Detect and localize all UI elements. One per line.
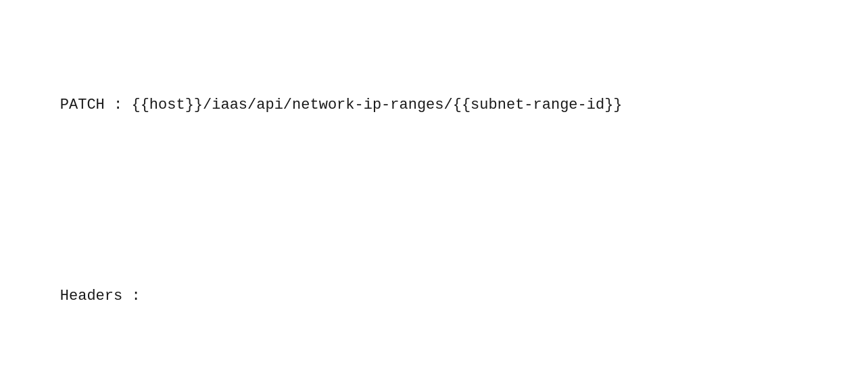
code-display: PATCH : {{host}}/iaas/api/network-ip-ran… (0, 0, 868, 368)
url-text: {{host}}/iaas/api/network-ip-ranges/{{su… (131, 97, 622, 113)
headers-label: Headers : (24, 261, 844, 332)
method-label: PATCH : (60, 97, 132, 113)
request-line: PATCH : {{host}}/iaas/api/network-ip-ran… (24, 69, 844, 140)
empty-line-1 (24, 189, 844, 213)
